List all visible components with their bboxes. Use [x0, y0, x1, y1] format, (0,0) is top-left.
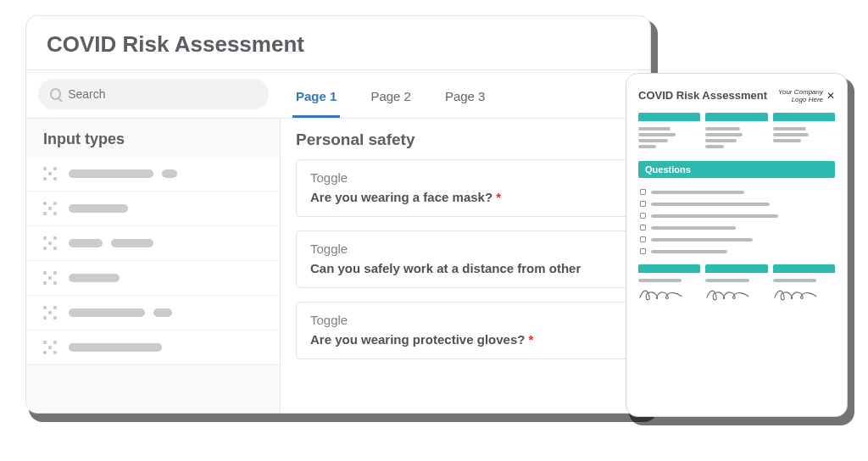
drag-handle-icon	[43, 167, 57, 181]
preview-logo-placeholder: Your Company Logo Here ✕	[778, 89, 835, 104]
checkbox-icon	[640, 213, 646, 219]
search-icon	[50, 88, 61, 100]
question-list: ToggleAre you wearing a face mask? *Togg…	[296, 159, 635, 359]
drag-handle-icon	[43, 202, 57, 215]
form-builder-window: COVID Risk Assessment Page 1Page 2Page 3…	[25, 15, 651, 414]
drag-handle-icon	[43, 271, 57, 285]
page-tabs: Page 1Page 2Page 3	[281, 70, 500, 118]
checkbox-icon	[640, 201, 646, 207]
preview-box-header	[705, 113, 767, 121]
preview-box-header	[638, 113, 700, 121]
section-title: Personal safety	[296, 131, 635, 149]
input-type-item[interactable]	[26, 226, 280, 261]
output-preview-tablet: COVID Risk Assessment Your Company Logo …	[626, 73, 848, 417]
input-type-item[interactable]	[26, 296, 280, 330]
preview-info-box	[705, 113, 767, 154]
question-text: Can you safely work at a distance from o…	[310, 261, 620, 275]
search-input[interactable]	[68, 87, 257, 101]
search-wrap	[26, 70, 281, 118]
drag-handle-icon	[43, 306, 57, 319]
question-text: Are you wearing a face mask? *	[310, 190, 620, 204]
checkbox-icon	[640, 189, 646, 195]
form-canvas: Personal safety ToggleAre you wearing a …	[281, 119, 650, 414]
input-type-item[interactable]	[26, 330, 280, 365]
question-card[interactable]: ToggleAre you wearing a face mask? *	[296, 159, 635, 217]
tab-page-2[interactable]: Page 2	[367, 74, 415, 118]
preview-title: COVID Risk Assessment	[638, 89, 767, 102]
drag-handle-icon	[43, 236, 57, 250]
tab-page-1[interactable]: Page 1	[292, 74, 340, 118]
input-type-item[interactable]	[26, 157, 280, 192]
input-type-item[interactable]	[26, 261, 280, 296]
preview-info-box	[638, 113, 700, 154]
logo-line2: Logo Here	[778, 97, 823, 104]
placeholder-bars	[69, 239, 153, 247]
toolbar-row: Page 1Page 2Page 3	[26, 70, 650, 119]
sidebar-title: Input types	[26, 119, 280, 157]
drag-handle-icon	[43, 341, 57, 354]
question-text: Are you wearing protective gloves? *	[310, 332, 620, 347]
signature-icon	[773, 285, 835, 303]
preview-question-row	[640, 224, 833, 232]
preview-question-row	[640, 236, 833, 244]
search-field[interactable]	[38, 79, 269, 109]
signature-icon	[705, 285, 767, 303]
preview-signature-row	[638, 264, 835, 310]
checkbox-icon	[640, 248, 646, 254]
placeholder-bars	[69, 343, 162, 352]
input-type-list	[26, 157, 280, 365]
preview-question-row	[640, 200, 833, 208]
preview-info-box	[773, 113, 835, 154]
signature-icon	[638, 285, 700, 303]
required-indicator: *	[529, 332, 534, 347]
sidebar: Input types	[26, 119, 281, 414]
required-indicator: *	[496, 190, 501, 204]
question-card[interactable]: ToggleCan you safely work at a distance …	[296, 230, 635, 288]
preview-question-row	[640, 188, 833, 197]
preview-top-grid	[638, 113, 835, 154]
question-type-label: Toggle	[310, 170, 620, 185]
tools-icon: ✕	[826, 91, 835, 102]
placeholder-bars	[69, 204, 128, 213]
preview-signature-box	[773, 264, 835, 310]
question-type-label: Toggle	[310, 242, 620, 256]
preview-question-list	[638, 183, 835, 264]
question-type-label: Toggle	[310, 313, 620, 327]
preview-question-row	[640, 212, 833, 220]
input-type-item[interactable]	[26, 192, 280, 226]
placeholder-bars	[69, 308, 172, 317]
placeholder-bars	[69, 169, 177, 178]
page-title: COVID Risk Assessment	[26, 16, 650, 70]
placeholder-bars	[69, 274, 120, 282]
preview-box-header	[773, 113, 835, 121]
checkbox-icon	[640, 225, 646, 230]
preview-questions-header: Questions	[638, 161, 835, 178]
preview-question-row	[640, 247, 833, 256]
checkbox-icon	[640, 236, 646, 242]
preview-signature-box	[638, 264, 700, 310]
preview-signature-box	[705, 264, 767, 310]
tab-page-3[interactable]: Page 3	[442, 74, 489, 118]
question-card[interactable]: ToggleAre you wearing protective gloves?…	[296, 302, 635, 359]
